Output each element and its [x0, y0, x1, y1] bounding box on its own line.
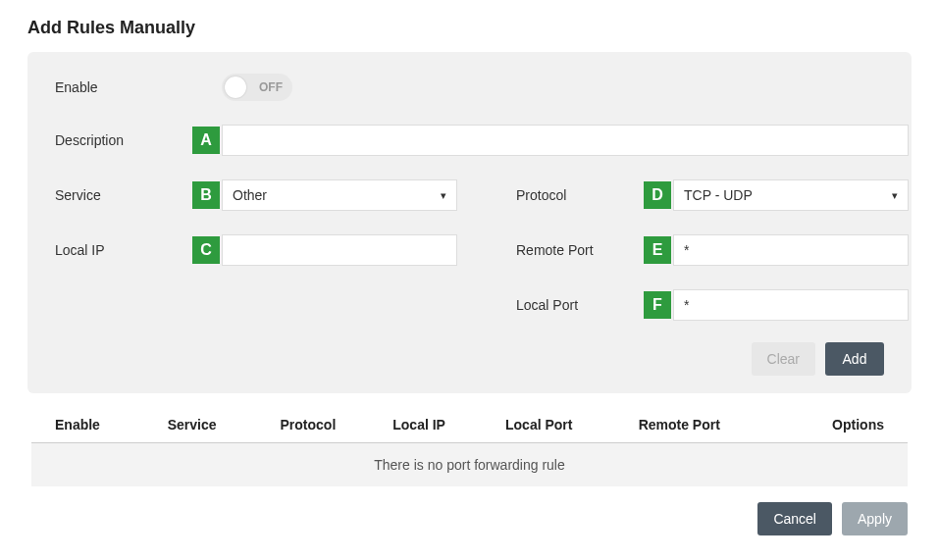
cancel-button[interactable]: Cancel: [757, 502, 832, 535]
enable-toggle[interactable]: OFF: [222, 74, 292, 101]
marker-b: B: [192, 181, 220, 209]
enable-label: Enable: [55, 79, 192, 95]
local-port-label: Local Port: [516, 297, 644, 313]
page-title: Add Rules Manually: [27, 18, 912, 38]
marker-c: C: [192, 236, 220, 264]
service-value: Other: [233, 187, 267, 203]
toggle-state-text: OFF: [259, 80, 283, 94]
local-ip-input[interactable]: [222, 234, 457, 266]
th-service: Service: [168, 417, 281, 433]
local-port-input[interactable]: [673, 289, 909, 321]
marker-f: F: [644, 291, 671, 319]
th-options: Options: [792, 417, 884, 433]
description-label: Description: [55, 132, 192, 148]
protocol-select[interactable]: TCP - UDP ▾: [673, 179, 909, 211]
th-protocol: Protocol: [281, 417, 393, 433]
marker-e: E: [644, 236, 671, 264]
description-input[interactable]: [222, 125, 909, 156]
chevron-down-icon: ▾: [892, 189, 898, 202]
th-enable: Enable: [55, 417, 168, 433]
service-label: Service: [55, 187, 192, 203]
remote-port-input[interactable]: [673, 234, 909, 266]
clear-button[interactable]: Clear: [752, 342, 815, 376]
chevron-down-icon: ▾: [441, 189, 446, 202]
table-empty-message: There is no port forwarding rule: [31, 443, 908, 486]
apply-button[interactable]: Apply: [842, 502, 908, 535]
table-header: Enable Service Protocol Local IP Local P…: [31, 407, 908, 443]
th-local-ip: Local IP: [392, 417, 505, 433]
marker-a: A: [192, 127, 220, 154]
local-ip-label: Local IP: [55, 242, 192, 258]
protocol-value: TCP - UDP: [684, 187, 753, 203]
protocol-label: Protocol: [516, 187, 644, 203]
remote-port-label: Remote Port: [516, 242, 644, 258]
th-local-port: Local Port: [505, 417, 639, 433]
add-rules-panel: Enable OFF Description A Service B Other…: [27, 52, 912, 393]
th-remote-port: Remote Port: [639, 417, 792, 433]
marker-d: D: [644, 181, 671, 209]
toggle-knob: [225, 76, 246, 98]
rules-table: Enable Service Protocol Local IP Local P…: [27, 407, 912, 486]
service-select[interactable]: Other ▾: [222, 179, 457, 211]
add-button[interactable]: Add: [825, 342, 884, 376]
